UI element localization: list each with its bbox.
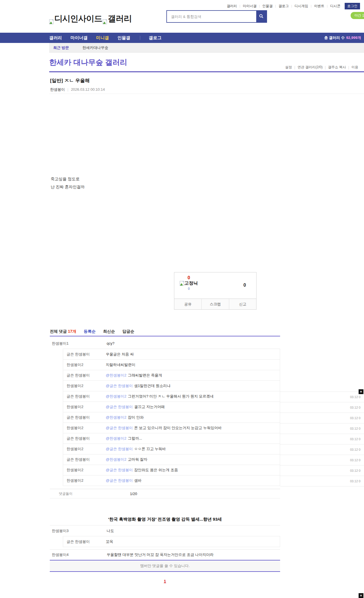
topbar-link[interactable]: 마이너갤 — [243, 4, 257, 9]
comment-author[interactable]: 글쓴 한셈봉이 — [63, 394, 106, 399]
link-separator: | — [294, 65, 295, 69]
comment-author[interactable]: 글쓴 한셈봉이 — [63, 352, 106, 357]
post-author[interactable]: 한셈봉이 — [50, 87, 65, 92]
gallery-title[interactable]: 한세카 대나무숲 갤러리 — [49, 57, 127, 67]
logo-text-main: 디시인사이드 — [54, 13, 102, 24]
comment-text: 지랄하네씨발련이 — [106, 362, 135, 367]
topbar-link[interactable]: 디시콘 — [330, 4, 340, 9]
comment-pager-value[interactable]: 1/20 — [130, 492, 137, 496]
comment-author[interactable]: 한셈봉이4 — [50, 552, 107, 557]
search-button[interactable] — [256, 11, 266, 22]
comment-mention[interactable]: @한셈봉이2 — [106, 436, 126, 440]
comment-mention[interactable]: @글쓴 한셈봉이 — [106, 405, 133, 409]
topbar-link[interactable]: 이벤트 — [314, 4, 324, 9]
page: 갤러리|마이너갤|인물갤|갤로그|디시게임|이벤트|디시콘 로그인 야간 모 디… — [0, 0, 364, 598]
topbar-link[interactable]: 인물갤 — [262, 4, 273, 9]
breadcrumb-current-gallery[interactable]: 한세카대나무숲 — [82, 45, 108, 50]
comment-mention[interactable]: @한셈봉이2 — [106, 373, 126, 377]
main-nav-items: 갤러리마이너갤미니갤인물갤갤로그 — [49, 35, 170, 41]
timestamp-row: 03.12 0 — [280, 434, 364, 444]
comment-author[interactable]: 한셈봉이2 — [63, 478, 106, 483]
gnb-item[interactable]: 갤로그 — [149, 35, 162, 41]
vote-action-button[interactable]: 공유 — [174, 299, 201, 309]
gnb-item[interactable]: 미니갤 — [96, 35, 109, 41]
comment-mention[interactable]: @글쓴 한셈봉이 — [106, 478, 133, 483]
comment-row: 글쓴 한셈봉이우울글은 처음 싸 — [63, 349, 280, 359]
gnb-item[interactable]: 갤러리 — [49, 35, 62, 41]
night-mode-button[interactable]: 야간 모 — [351, 12, 364, 19]
meta-separator: | — [67, 87, 68, 92]
vote-action-button[interactable]: 스크랩 — [201, 299, 229, 309]
search-icon — [259, 14, 264, 19]
gnb-item[interactable]: 인물갤 — [117, 35, 130, 41]
gallery-action-link[interactable]: 설정 — [285, 65, 292, 70]
comment-timestamp: 03.12 0 — [280, 395, 361, 399]
comment-sort-tab[interactable]: 등록순 — [84, 329, 96, 334]
comment-author[interactable]: 글쓴 한셈봉이 — [63, 539, 106, 544]
comment-author[interactable]: 글쓴 한셈봉이 — [63, 457, 106, 462]
title-divider — [49, 71, 364, 72]
comment-author[interactable]: 한셈봉이2 — [63, 404, 106, 409]
close-icon[interactable]: ✕ — [359, 593, 363, 598]
comment-author[interactable]: 글쓴 한셈봉이 — [63, 373, 106, 378]
comment-page-1[interactable]: 1 — [164, 579, 166, 583]
gnb-item[interactable]: 마이너갤 — [71, 35, 88, 41]
site-logo[interactable]: 디시인사이드 갤러리 — [49, 13, 132, 24]
comment-sort-tab[interactable]: 답글순 — [122, 329, 134, 334]
search-box — [166, 10, 267, 23]
timestamp-row: 03.12 0 — [280, 402, 364, 413]
comment-mention[interactable]: @한셈봉이2 — [106, 457, 126, 462]
comment-author[interactable]: 한셈봉이2 — [63, 446, 106, 452]
upvote-area[interactable]: 0 고정닉 0 — [177, 275, 201, 290]
login-button[interactable]: 로그인 — [345, 3, 360, 9]
comment-mention[interactable]: @한셈봉이2 — [106, 415, 126, 419]
comment-sort-tab[interactable]: 최신순 — [103, 329, 115, 334]
comment-timestamp: 03.12 0 — [280, 479, 361, 483]
post-body-line: 죽고싶을 정도로 — [51, 175, 85, 183]
topbar-link[interactable]: 갤러리 — [227, 4, 237, 9]
comment-text: @글쓴 한셈봉이셈1말한건데 뭔소리냐 — [106, 383, 171, 388]
downvote-count[interactable]: 0 — [243, 283, 246, 288]
comment-mention[interactable]: @글쓴 한셈봉이 — [106, 447, 133, 451]
gallery-action-link[interactable]: 연관 갤러리(2/0) — [297, 65, 322, 70]
reply-group: 글쓴 한셈봉이꼬옥 — [63, 536, 280, 547]
search-input[interactable] — [167, 11, 256, 22]
post-date: 2026.03.12 00:10:14 — [71, 87, 105, 92]
vote-action-button[interactable]: 신고 — [229, 299, 256, 309]
comment-mention[interactable]: @글쓴 한셈봉이 — [106, 468, 133, 472]
comment-mention[interactable]: @글쓴 한셈봉이 — [106, 426, 133, 430]
comment-mention[interactable]: @한셈봉이2 — [106, 394, 126, 398]
comment-author[interactable]: 한셈봉이2 — [63, 467, 106, 473]
comment-author[interactable]: 한셈봉이3 — [50, 528, 107, 533]
comment-row: 한셈봉이2@글쓴 한셈봉이ㅇㅇ폰 끄고 누워바 — [63, 444, 280, 454]
comment-row: 한셈봉이2지랄하네씨발련이 — [63, 359, 280, 370]
comment-author[interactable]: 글쓴 한셈봉이 — [63, 415, 106, 420]
gallery-action-link[interactable]: 갤주소 복사 — [328, 65, 346, 70]
comment-row: 한셈봉이1qcy? — [50, 338, 280, 349]
comment-mention[interactable]: @글쓴 한셈봉이 — [106, 384, 133, 388]
comment-timestamp: 03.12 0 — [280, 416, 361, 420]
comment-author[interactable]: 한셈봉이2 — [63, 425, 106, 431]
topbar-link[interactable]: 갤로그 — [278, 4, 289, 9]
comment-author[interactable]: 한셈봉이1 — [50, 341, 107, 346]
link-separator: | — [325, 65, 326, 69]
gallery-action-link[interactable]: 이용 — [351, 65, 358, 70]
comment-text: @한셈봉이2그럴까... — [106, 436, 142, 441]
gallery-action-links: 설정|연관 갤러리(2/0)|갤주소 복사|이용 — [285, 65, 358, 70]
topbar-link[interactable]: 디시게임 — [295, 4, 308, 9]
comment-timestamp: 03.12 0 — [280, 406, 361, 409]
comment-row: 글쓴 한셈봉이@한셈봉이2그래씨발련은 죽을게 — [63, 370, 280, 380]
news-headline-link[interactable]: ‘한국 흑백영화 촬영 거장’ 전조명 촬영 감독 별세...향년 93세 — [50, 517, 280, 522]
fixed-nick-label: 고정닉 — [184, 280, 198, 286]
comments-total-count: 17개 — [68, 329, 76, 334]
comment-author[interactable]: 글쓴 한셈봉이 — [63, 436, 106, 441]
comment-author[interactable]: 한셈봉이2 — [63, 362, 106, 367]
comment-row: 글쓴 한셈봉이@한셈봉이2그럴까... — [63, 433, 280, 444]
gallery-total-count: 총 갤러리 수 92,999개 — [324, 33, 361, 43]
timestamp-row: 03.12 0 — [280, 476, 364, 486]
comment-author[interactable]: 한셈봉이2 — [63, 383, 106, 388]
comments-total-label: 전체 댓글 — [50, 329, 67, 334]
close-icon[interactable]: ✕ — [359, 389, 363, 394]
comment-row: 글쓴 한셈봉이@한셈봉이2그런거였어? 미안 ㅈㄴ 우울해서 뭔가 뭔지 모르겠… — [63, 391, 280, 402]
recent-visit-label[interactable]: 최근 방문 — [49, 45, 69, 50]
